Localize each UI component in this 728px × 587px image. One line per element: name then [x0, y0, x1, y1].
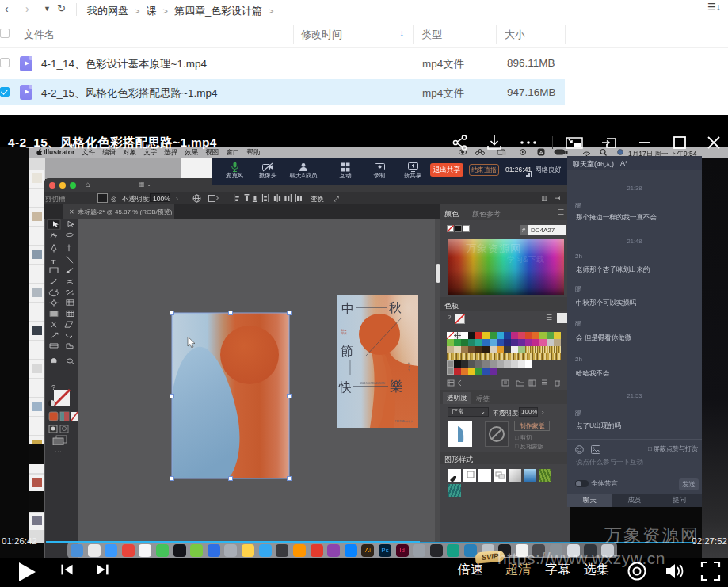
svg-text:节: 节	[408, 368, 410, 372]
svg-text:A: A	[539, 150, 543, 155]
svg-text:T: T	[51, 257, 56, 265]
svg-text:樂: 樂	[390, 379, 402, 393]
svg-text:中: 中	[341, 302, 354, 315]
svg-text:快: 快	[338, 380, 352, 394]
svg-text:节庆: 节庆	[341, 332, 347, 335]
svg-text:節: 節	[341, 345, 353, 358]
svg-text:2022.9.10 MID-AUTUMN: 2022.9.10 MID-AUTUMN	[360, 382, 385, 385]
svg-text:秋: 秋	[389, 301, 402, 314]
svg-text:FESTIVAL 中秋节: FESTIVAL 中秋节	[395, 420, 413, 423]
